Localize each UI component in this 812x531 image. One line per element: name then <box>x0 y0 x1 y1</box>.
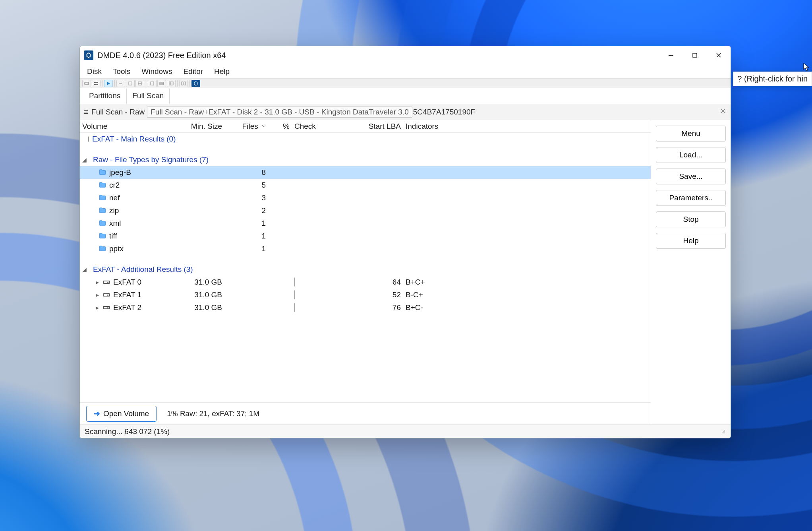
filetype-name: pptx <box>109 244 124 253</box>
filetype-row[interactable]: zip2 <box>80 204 651 217</box>
filetype-name: cr2 <box>109 181 120 190</box>
expand-caret-icon[interactable]: ◢ <box>82 157 87 163</box>
toolbar-button-6[interactable] <box>148 80 157 87</box>
help-button[interactable]: Help <box>656 233 726 249</box>
start-lba: 52 <box>336 291 403 299</box>
start-lba: 76 <box>336 303 403 312</box>
cursor-icon <box>803 63 810 72</box>
open-volume-button[interactable]: ➜ Open Volume <box>86 406 157 422</box>
toolbar-button-3[interactable] <box>116 80 125 87</box>
toolbar-button-2[interactable] <box>92 80 101 87</box>
close-tab-icon[interactable] <box>719 107 727 114</box>
window-title: DMDE 4.0.6 (2023) Free Edition x64 <box>97 51 226 60</box>
volume-row[interactable]: ▸ExFAT 231.0 GB76B+C- <box>80 301 651 314</box>
volume-row[interactable]: ▸ExFAT 031.0 GB64B+C+ <box>80 276 651 289</box>
col-check[interactable]: Check <box>292 122 336 131</box>
load-button[interactable]: Load... <box>656 147 726 163</box>
svg-rect-7 <box>151 82 154 85</box>
svg-point-13 <box>723 432 724 433</box>
folder-icon <box>99 244 106 253</box>
folder-icon <box>99 206 106 215</box>
toolbar-button-1[interactable] <box>82 80 91 87</box>
rows-container[interactable]: ▸ ExFAT - Main Results (0) ◢ Raw - File … <box>80 133 651 402</box>
menu-disk[interactable]: Disk <box>85 66 103 78</box>
expand-arrow-icon[interactable]: ▸ <box>95 279 100 285</box>
parameters-button[interactable]: Parameters.. <box>656 190 726 206</box>
content-area: Volume Min. Size Files % Check Start LBA… <box>80 120 731 424</box>
stop-button[interactable]: Stop <box>656 211 726 227</box>
col-files[interactable]: Files <box>224 122 268 131</box>
filetype-row[interactable]: jpeg-B8 <box>80 166 651 179</box>
scan-serial: 5C4B7A1750190F <box>413 108 475 116</box>
app-icon <box>84 50 93 60</box>
drive-icon <box>103 281 110 284</box>
folder-icon <box>99 168 106 177</box>
toolbar-button-8[interactable] <box>167 80 176 87</box>
folder-icon <box>99 219 106 228</box>
menu-windows[interactable]: Windows <box>140 66 174 78</box>
maximize-button[interactable] <box>683 46 707 64</box>
toolbar-button-4[interactable] <box>126 80 135 87</box>
minimize-button[interactable] <box>659 46 683 64</box>
col-startlba[interactable]: Start LBA <box>336 122 403 131</box>
tab-full-scan[interactable]: Full Scan <box>126 88 170 104</box>
menu-help[interactable]: Help <box>213 66 231 78</box>
close-button[interactable] <box>707 46 731 64</box>
expand-arrow-icon[interactable]: ▸ <box>95 304 100 311</box>
filetype-row[interactable]: pptx1 <box>80 242 651 255</box>
titlebar[interactable]: DMDE 4.0.6 (2023) Free Edition x64 <box>80 46 731 64</box>
resize-grip-icon[interactable] <box>720 427 726 436</box>
svg-rect-3 <box>94 82 98 83</box>
group-main-results[interactable]: ▸ ExFAT - Main Results (0) <box>80 133 651 145</box>
scan-breadcrumb: ≡ Full Scan - Raw Full Scan - Raw+ExFAT … <box>80 104 731 120</box>
checkbox[interactable] <box>88 136 89 142</box>
toolbar-button-7[interactable] <box>157 80 166 87</box>
hamburger-icon[interactable]: ≡ <box>84 108 88 116</box>
files-count: 1 <box>224 244 268 253</box>
toolbar-button-5[interactable] <box>135 80 144 87</box>
action-sidebar: Menu Load... Save... Parameters.. Stop H… <box>651 120 731 424</box>
filetype-row[interactable]: cr25 <box>80 179 651 192</box>
svg-rect-4 <box>94 84 98 85</box>
files-count: 3 <box>224 194 268 202</box>
check-progress-bar <box>294 290 295 299</box>
drive-icon <box>103 306 110 309</box>
sort-caret-icon <box>262 121 266 130</box>
filetype-row[interactable]: nef3 <box>80 192 651 204</box>
filetype-row[interactable]: tiff1 <box>80 230 651 242</box>
files-count: 2 <box>224 206 268 215</box>
group-label: ExFAT - Additional Results (3) <box>93 265 193 274</box>
group-raw-signatures[interactable]: ◢ Raw - File Types by Signatures (7) <box>80 153 651 166</box>
volume-size: 31.0 GB <box>169 303 224 312</box>
check-progress-bar <box>294 277 295 287</box>
expand-arrow-icon[interactable]: ▸ <box>95 292 100 298</box>
scan-title-tooltip: Full Scan - Raw+ExFAT - Disk 2 - 31.0 GB… <box>147 107 412 118</box>
tab-partitions[interactable]: Partitions <box>83 88 126 104</box>
menu-editor[interactable]: Editor <box>182 66 205 78</box>
col-indicators[interactable]: Indicators <box>403 122 651 131</box>
col-percent[interactable]: % <box>268 122 292 131</box>
volume-size: 31.0 GB <box>169 278 224 287</box>
svg-point-14 <box>724 431 725 432</box>
toolbar-button-9[interactable] <box>179 80 188 87</box>
arrow-right-icon: ➜ <box>94 409 100 418</box>
menubar: Disk Tools Windows Editor Help <box>80 64 731 79</box>
filetype-row[interactable]: xml1 <box>80 217 651 230</box>
expand-caret-icon[interactable]: ◢ <box>82 266 87 273</box>
toolbar-play-button[interactable] <box>104 80 113 87</box>
filetype-name: tiff <box>109 232 117 240</box>
indicators: B+C- <box>403 303 651 312</box>
menu-button[interactable]: Menu <box>656 126 726 141</box>
files-count: 1 <box>224 232 268 240</box>
menu-tools[interactable]: Tools <box>111 66 132 78</box>
results-grid: Volume Min. Size Files % Check Start LBA… <box>80 120 651 424</box>
volume-row[interactable]: ▸ExFAT 131.0 GB52B-C+ <box>80 289 651 301</box>
save-button[interactable]: Save... <box>656 169 726 184</box>
group-additional-results[interactable]: ◢ ExFAT - Additional Results (3) <box>80 263 651 276</box>
col-minsize[interactable]: Min. Size <box>169 122 224 131</box>
col-volume[interactable]: Volume <box>80 122 169 131</box>
indicators: B+C+ <box>403 278 651 287</box>
filetype-name: zip <box>109 206 119 215</box>
hint-tooltip: ? (Right-click for hin <box>733 72 812 86</box>
toolbar-brand-button[interactable] <box>191 80 200 87</box>
